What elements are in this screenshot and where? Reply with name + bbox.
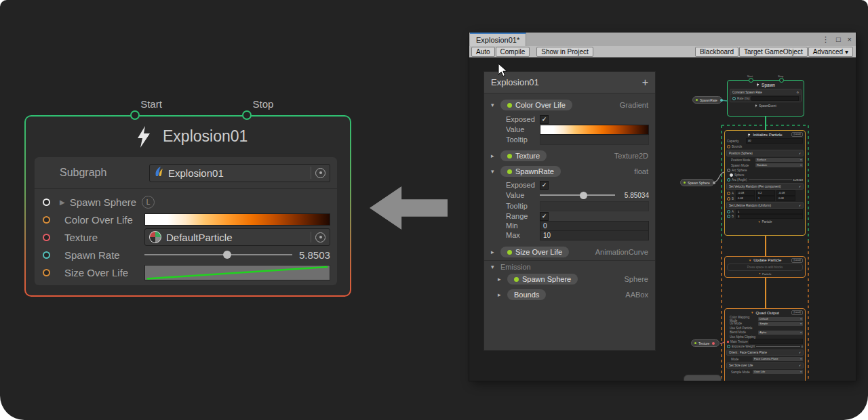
float-port[interactable] [720,99,723,102]
b-y-field[interactable]: 1 [756,196,775,201]
chevron-right-icon[interactable]: ▸ [498,291,507,298]
compile-button[interactable]: Compile [496,47,530,57]
spawn-sphere-parameter-node[interactable]: Spawn Sphere [680,179,714,186]
texture-object-field[interactable]: DefaultParticle [144,228,330,246]
size-over-life-port[interactable] [43,269,50,276]
auto-button[interactable]: Auto [471,47,495,57]
exposed-checkbox[interactable]: ✓ [540,115,549,124]
exposure-port[interactable] [727,345,730,348]
value-number[interactable]: 5.85034 [620,192,649,199]
show-in-project-button[interactable]: Show in Project [536,47,593,57]
chevron-down-icon[interactable]: ▾ [491,168,500,175]
arc-sphere-port[interactable] [727,169,730,172]
object-picker-icon[interactable] [311,165,326,182]
tooltip-field[interactable] [540,201,649,211]
target-gameobject-button[interactable]: Target GameObject [739,47,808,57]
max-field[interactable]: 10 [540,230,649,240]
texture-port[interactable] [712,342,715,345]
check-icon[interactable]: ✓ [799,152,801,155]
add-block-placeholder[interactable]: Press space to add blocks [727,264,803,271]
property-spawnrate[interactable]: ▾ SpawnRate float [484,165,655,177]
color-over-life-port[interactable] [43,216,50,224]
chevron-right-icon[interactable]: ▸ [491,152,500,159]
close-icon[interactable]: × [848,35,852,43]
property-color-over-life[interactable]: ▾ Color Over Life Gradient [484,99,655,111]
set-lifetime-random-block[interactable]: Set Lifetime Random (Uniform) ✓ [726,202,804,209]
property-bounds[interactable]: ▸ Bounds AABox [484,289,655,301]
slider-handle[interactable] [580,192,587,199]
chevron-right-icon[interactable]: ▸ [491,249,500,255]
range-checkbox[interactable]: ✓ [540,212,549,221]
kebab-menu-icon[interactable]: ⋮ [822,35,829,44]
main-texture-port[interactable] [727,341,729,343]
a-y-field[interactable]: 0.2 [756,190,775,196]
exposed-checkbox[interactable]: ✓ [540,181,549,190]
orient-block[interactable]: Orient : Face Camera Plane ✓ [726,350,804,356]
arc-port[interactable] [727,178,730,182]
chevron-right-icon[interactable]: ▸ [498,276,507,282]
tab-explosion01[interactable]: Explosion01* [470,33,526,46]
a-z-field[interactable]: -0.08 [776,190,795,196]
lifetime-b-port[interactable] [727,215,730,218]
chevron-down-icon[interactable]: ▾ [491,264,500,270]
rate-port[interactable] [732,97,736,100]
color-mapping-dropdown[interactable]: Default▾ [758,317,803,321]
b-port[interactable] [727,197,730,201]
constant-spawn-rate-block[interactable]: Constant Spawn Rate ⚙ Rate (I/s) [730,89,802,102]
bounds-port[interactable] [727,145,730,148]
b-z-field[interactable]: 0.08 [776,196,795,201]
position-sphere-block[interactable]: Position (Sphere) ✓ [726,150,804,156]
blend-mode-dropdown[interactable]: Alpha▾ [758,331,803,335]
gradient-field[interactable] [144,213,330,226]
spawnrate-parameter-node[interactable]: SpawnRate [692,96,722,104]
tooltip-field[interactable] [540,135,649,145]
maximize-icon[interactable]: □ [836,35,841,43]
subgraph-object-field[interactable]: Explosion01 [149,164,330,182]
a-port[interactable] [727,192,730,195]
initialize-particle-node[interactable]: Initialize Particle (Local) Capacity 40 … [724,130,806,236]
set-velocity-random-block[interactable]: Set Velocity Random (Per component) ✓ [726,183,804,190]
sphere-port[interactable] [730,173,733,177]
a-x-field[interactable]: -0.08 [736,190,755,196]
uv-mode-dropdown[interactable]: Simple▾ [758,322,803,326]
texture-port[interactable] [43,234,50,241]
curve-field[interactable] [144,265,330,280]
spawn-rate-slider[interactable] [144,254,292,255]
orient-mode-dropdown[interactable]: Face Camera Plane▾ [753,357,803,361]
spawn-sphere-port[interactable] [43,198,50,206]
slider-handle[interactable] [223,251,231,259]
quad-output-node[interactable]: ▼ Quad Output (Local) Color Mapping Mode… [724,308,806,381]
lifetime-a-port[interactable] [727,210,730,213]
property-spawn-sphere[interactable]: ▸ Spawn Sphere Sphere [484,273,655,285]
set-size-over-life-block[interactable]: Set Size over Life ✓ [726,362,804,369]
spawn-rate-value[interactable]: 5.85034 [299,249,330,261]
spawn-rate-port[interactable] [43,251,50,259]
check-icon[interactable]: ✓ [799,364,801,367]
start-port[interactable] [130,110,140,120]
spawn-mode-dropdown[interactable]: Random▾ [755,163,803,167]
add-property-button[interactable]: + [642,77,648,89]
value-slider[interactable] [540,194,615,196]
stop-port[interactable] [242,110,252,120]
advanced-dropdown[interactable]: Advanced ▾ [808,47,853,57]
check-icon[interactable]: ✓ [799,204,801,207]
expand-arrow-icon[interactable]: ▶ [60,198,65,206]
sphere-port[interactable] [713,182,715,184]
gear-icon[interactable]: ⚙ [796,91,799,94]
b-x-field[interactable]: 0.08 [736,196,755,201]
blackboard-toggle-button[interactable]: Blackboard [695,47,738,57]
check-icon[interactable]: ✓ [799,185,801,188]
check-icon[interactable]: ✓ [799,351,801,354]
graph-canvas[interactable]: SpawnRate Spawn Sphere Texture Start Sto… [469,58,856,381]
capacity-field[interactable]: 40 [746,138,803,144]
lifetime-b-field[interactable]: 3 [736,214,803,219]
category-emission[interactable]: ▾ Emission [484,261,655,273]
gradient-value-field[interactable] [540,125,649,135]
blackboard-header[interactable]: Explosion01 + [484,72,655,93]
position-mode-dropdown[interactable]: Surface▾ [755,158,803,162]
sample-mode-dropdown[interactable]: Over Life▾ [753,370,803,374]
chevron-down-icon[interactable]: ▾ [491,102,500,108]
texture-parameter-node[interactable]: Texture [691,339,719,347]
clipped-parameter-node[interactable] [684,375,722,381]
object-picker-icon[interactable] [311,229,326,245]
